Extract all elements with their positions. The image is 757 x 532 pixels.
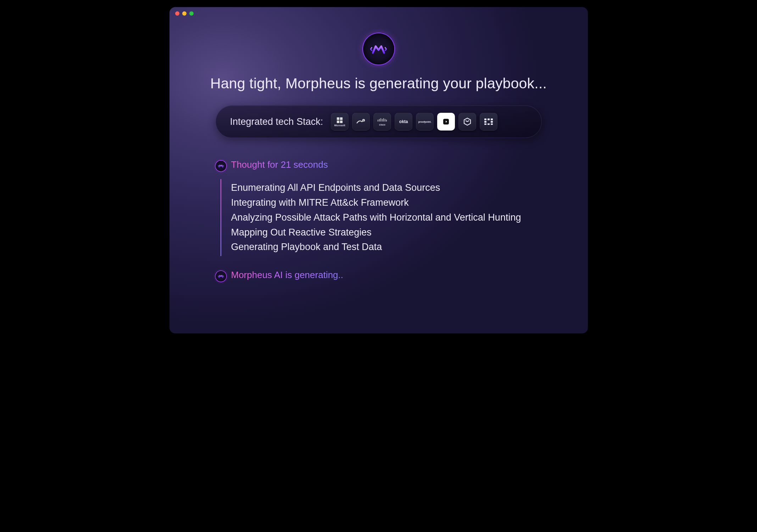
svg-rect-2 <box>337 120 339 123</box>
page-headline: Hang tight, Morpheus is generating your … <box>210 75 547 92</box>
svg-rect-0 <box>337 117 339 120</box>
thought-duration-label: Thought for 21 seconds <box>231 159 328 170</box>
thought-step: Enumerating All API Endpoints and Data S… <box>231 181 542 195</box>
window-close-button[interactable] <box>175 11 179 16</box>
tech-proofpoint-icon[interactable]: proofpoint. <box>416 113 434 131</box>
app-window: Hang tight, Morpheus is generating your … <box>169 7 588 333</box>
svg-rect-1 <box>340 117 343 120</box>
svg-rect-19 <box>484 123 486 125</box>
tech-fortinet-icon[interactable] <box>480 113 497 131</box>
thought-steps-list: Enumerating All API Endpoints and Data S… <box>221 179 542 256</box>
tech-cisco-icon[interactable]: cisco <box>373 113 391 131</box>
svg-rect-21 <box>491 123 493 125</box>
svg-rect-17 <box>484 121 486 123</box>
thought-step: Mapping Out Reactive Strategies <box>231 225 542 240</box>
thought-step: Integrating with MITRE Att&ck Framework <box>231 195 542 210</box>
tech-proofpoint-label: proofpoint. <box>418 121 432 123</box>
tech-microsoft-icon[interactable]: Microsoft <box>331 113 349 131</box>
morpheus-mini-icon <box>216 271 226 282</box>
svg-rect-20 <box>488 123 490 125</box>
status-text: Morpheus AI is generating.. <box>231 270 344 281</box>
tech-microsoft-label: Microsoft <box>334 124 345 127</box>
svg-rect-16 <box>491 118 493 120</box>
svg-rect-15 <box>488 118 490 120</box>
morpheus-logo-icon <box>363 33 394 65</box>
content-area: Hang tight, Morpheus is generating your … <box>169 20 588 333</box>
svg-rect-14 <box>484 118 486 120</box>
thought-step: Analyzing Possible Attack Paths with Hor… <box>231 210 542 225</box>
thought-step: Generating Playbook and Test Data <box>231 240 542 255</box>
tech-stack-bar: Integrated tech Stack: Microsoft C cisco <box>216 105 542 138</box>
tech-wave-icon[interactable]: C <box>352 113 370 131</box>
window-minimize-button[interactable] <box>182 11 187 16</box>
svg-text:C: C <box>363 120 364 122</box>
tech-cisco-label: cisco <box>379 123 385 126</box>
svg-rect-3 <box>340 120 343 123</box>
tech-play-icon[interactable] <box>437 113 455 131</box>
svg-rect-18 <box>491 121 493 123</box>
tech-stack-label: Integrated tech Stack: <box>230 116 323 127</box>
thought-block: Thought for 21 seconds Enumerating All A… <box>216 158 542 256</box>
window-titlebar <box>169 7 588 20</box>
tech-hex-icon[interactable] <box>458 113 476 131</box>
tech-stack-icons: Microsoft C cisco okta <box>331 113 497 131</box>
tech-okta-label: okta <box>399 119 408 124</box>
morpheus-mini-icon <box>216 161 226 171</box>
thought-header: Thought for 21 seconds <box>216 158 542 171</box>
tech-okta-icon[interactable]: okta <box>395 113 412 131</box>
status-row: Morpheus AI is generating.. <box>216 268 542 282</box>
window-maximize-button[interactable] <box>189 11 194 16</box>
